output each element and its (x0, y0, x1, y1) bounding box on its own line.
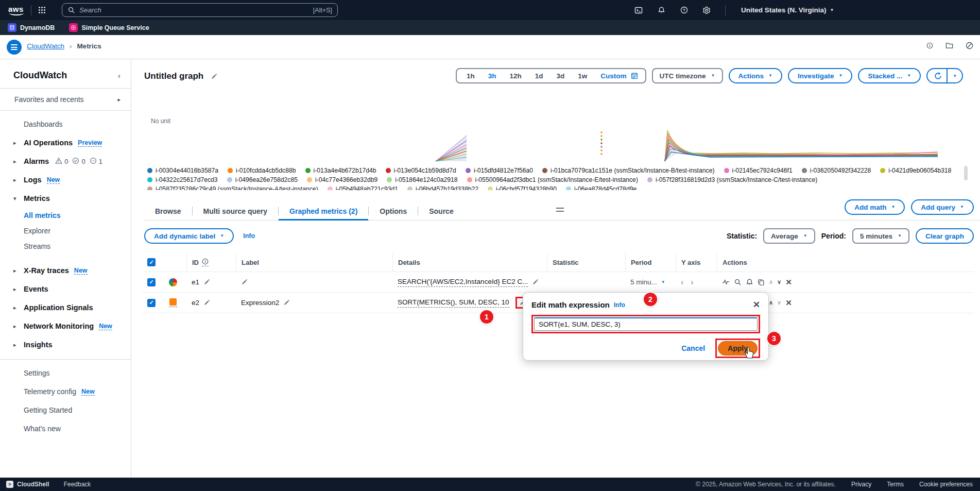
tab-options[interactable]: Options (369, 202, 418, 221)
expander-closed-icon[interactable]: ▸ (13, 140, 22, 146)
edit-id-pencil-icon[interactable] (203, 299, 210, 306)
time-range-custom[interactable]: Custom (594, 72, 630, 80)
tab-source[interactable]: Source (418, 202, 464, 221)
panel-resize-handle-icon[interactable] (556, 208, 564, 212)
legend-item[interactable]: i-00304e44016b3587a (147, 167, 218, 174)
time-range-1h[interactable]: 1h (460, 72, 482, 80)
sidebar-item-getting-started[interactable]: Getting Started (0, 401, 131, 419)
legend-item[interactable]: i-01bca7079ca1c151e (ssmStack/Instance-B… (542, 167, 714, 174)
terms-link[interactable]: Terms (887, 481, 904, 488)
services-grid-icon[interactable] (39, 7, 45, 13)
legend-item[interactable]: i-05b4948ab721c93d1 (328, 185, 398, 190)
feedback-link[interactable]: Feedback (64, 481, 91, 488)
favorites-bar-item-dynamodb[interactable]: DynamoDB (8, 23, 55, 32)
global-search-input[interactable]: Search [Alt+S] (62, 3, 338, 17)
tab-browse[interactable]: Browse (144, 202, 192, 221)
legend-item[interactable]: i-04c77e4366eb32db9 (307, 176, 377, 183)
apply-button[interactable]: Apply (718, 341, 758, 355)
region-selector[interactable]: United States (N. Virginia) ▼ (741, 6, 834, 14)
sidebar-item-insights[interactable]: ▸Insights (0, 335, 131, 354)
sidebar-item-events[interactable]: ▸Events (0, 280, 131, 298)
info-panel-icon[interactable] (926, 42, 933, 52)
dialog-close-icon[interactable]: ✕ (753, 299, 760, 310)
row-period-dropdown[interactable]: 5 minu...▼ (630, 278, 665, 286)
edit-expression-pencil-icon[interactable] (532, 279, 539, 285)
sidebar-item-settings[interactable]: Settings (0, 364, 131, 382)
refresh-options-chevron-icon[interactable]: ▼ (948, 69, 962, 82)
expander-closed-icon[interactable]: ▸ (13, 304, 22, 311)
sidebar-item-network-monitoring[interactable]: ▸Network MonitoringNew (0, 317, 131, 335)
settings-gear-icon[interactable] (695, 6, 718, 14)
sidebar-item-favorites-and-recents[interactable]: Favorites and recents ▸ (0, 89, 131, 110)
legend-item[interactable]: i-010fcdda4cb5dc88b (228, 167, 296, 174)
aws-logo[interactable]: aws (8, 5, 24, 15)
metric-color-swatch-orange[interactable] (169, 298, 177, 306)
id-info-icon[interactable] (202, 258, 209, 266)
legend-item[interactable]: i-051864e124c0a2918 (387, 176, 457, 183)
sidebar-item-badge[interactable]: New (81, 388, 95, 396)
legend-item[interactable]: i-0362050492f342228 (802, 167, 871, 174)
tab-multi-source-query[interactable]: Multi source query (193, 202, 278, 221)
sidebar-item-badge[interactable]: New (74, 267, 88, 275)
y-axis-left-chevron-icon[interactable]: ‹ (681, 278, 683, 287)
sidebar-item-x-ray-traces[interactable]: ▸X-Ray tracesNew (0, 261, 131, 280)
graph-type-dropdown-button[interactable]: Stacked ... ▼ (858, 68, 921, 83)
legend-item[interactable]: i-06bd457b19d338b22 (407, 185, 478, 190)
y-axis-right-chevron-icon[interactable]: › (691, 278, 693, 287)
actions-dropdown-button[interactable]: Actions ▼ (729, 68, 782, 83)
create-alarm-bell-icon[interactable] (746, 278, 753, 286)
row-checkbox[interactable]: ✓ (147, 278, 156, 286)
cookie-preferences-link[interactable]: Cookie preferences (919, 481, 973, 488)
expander-closed-icon[interactable]: ▸ (13, 323, 22, 330)
add-math-dropdown-button[interactable]: Add math ▼ (845, 199, 905, 215)
expander-closed-icon[interactable]: ▸ (13, 342, 22, 348)
notifications-bell-icon[interactable] (650, 6, 673, 14)
clear-graph-button[interactable]: Clear graph (916, 228, 974, 244)
calendar-icon[interactable] (631, 72, 642, 79)
tab-graphed-metrics-2-[interactable]: Graphed metrics (2) (279, 202, 368, 221)
legend-item[interactable]: i-0496ea26e758d2c85 (227, 176, 298, 183)
move-up-icon[interactable]: ∧ (769, 279, 773, 285)
edit-label-pencil-icon[interactable] (241, 279, 248, 285)
sidebar-item-ai-operations[interactable]: ▸AI OperationsPreview (0, 133, 131, 152)
legend-item[interactable]: i-015dfd4812e7f56a0 (466, 167, 533, 174)
search-metric-icon[interactable] (734, 278, 742, 286)
legend-item[interactable]: i-05500964ad2f3dbc1 (ssmStack/Instance-E… (467, 176, 638, 183)
add-query-dropdown-button[interactable]: Add query ▼ (911, 199, 974, 215)
edit-id-pencil-icon[interactable] (203, 279, 210, 285)
legend-item[interactable]: i-0587f235286c79c49 (ssmStack/Instance-A… (147, 185, 318, 190)
favorites-bar-item-simple-queue-service[interactable]: Simple Queue Service (69, 23, 149, 32)
legend-item[interactable]: i-013e054c1b59d8d7d (386, 167, 456, 174)
time-range-3h[interactable]: 3h (482, 72, 503, 80)
row-checkbox[interactable]: ✓ (147, 299, 156, 307)
sidebar-collapse-icon[interactable]: ‹ (118, 71, 121, 80)
dynamic-label-info-link[interactable]: Info (243, 232, 255, 240)
sidebar-item-telemetry-config[interactable]: Telemetry configNew (0, 382, 131, 401)
remove-metric-icon[interactable]: ✕ (785, 278, 792, 287)
timezone-select[interactable]: UTC timezone ▼ (652, 68, 723, 83)
duplicate-icon[interactable] (758, 279, 765, 286)
legend-item[interactable]: i-06cbd57f194328b90 (488, 185, 557, 190)
sidebar-item-dashboards[interactable]: Dashboards (0, 115, 131, 133)
metrics-line-chart[interactable] (146, 125, 975, 169)
time-range-1d[interactable]: 1d (528, 72, 550, 80)
privacy-link[interactable]: Privacy (851, 481, 871, 488)
help-icon[interactable]: ? (673, 6, 695, 14)
sidebar-item-explorer[interactable]: Explorer (0, 223, 131, 239)
sidebar-item-all-metrics[interactable]: All metrics (0, 208, 131, 223)
sidebar-item-badge[interactable]: Preview (78, 139, 102, 147)
expander-closed-icon[interactable]: ▸ (13, 267, 22, 274)
legend-item[interactable]: i-02145ec7924c946f1 (724, 167, 793, 174)
investigate-dropdown-button[interactable]: Investigate ▼ (788, 68, 852, 83)
time-range-3d[interactable]: 3d (550, 72, 572, 80)
sidebar-item-badge[interactable]: New (47, 176, 60, 184)
legend-item[interactable]: i-013a4e4b672b17d4b (305, 167, 376, 174)
refresh-split-button[interactable]: ▼ (926, 68, 963, 83)
side-menu-toggle-button[interactable] (7, 40, 22, 55)
sidebar-item-logs[interactable]: ▸LogsNew (0, 171, 131, 189)
sidebar-item-application-signals[interactable]: ▸Application Signals (0, 298, 131, 317)
period-select[interactable]: 5 minutes ▼ (852, 228, 909, 244)
move-down-icon[interactable]: ∨ (777, 299, 781, 306)
cancel-button[interactable]: Cancel (681, 344, 705, 352)
breadcrumb-cloudwatch-link[interactable]: CloudWatch (27, 42, 64, 50)
